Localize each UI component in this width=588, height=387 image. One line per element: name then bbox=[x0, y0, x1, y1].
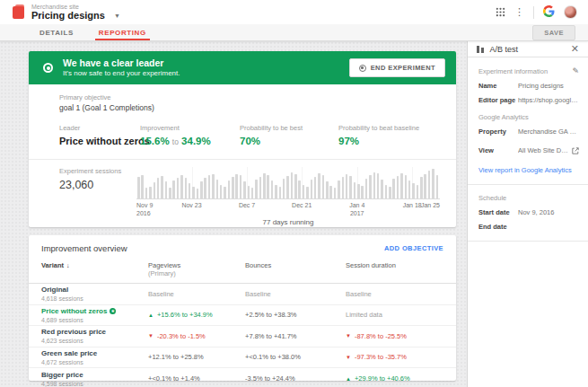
primary-objective-label: Primary objective bbox=[59, 93, 442, 101]
session-day-bar bbox=[154, 182, 156, 198]
leader-label: Leader bbox=[59, 124, 140, 132]
axis-tick-label: Jan 25 bbox=[421, 201, 440, 209]
variant-name: Original bbox=[41, 286, 148, 295]
session-day-bar bbox=[235, 174, 238, 198]
session-day-bar bbox=[251, 188, 254, 198]
pageviews-metric: ▼-20.3% to -1.5% bbox=[148, 332, 245, 340]
bounces-value: +2.5% to +38.3% bbox=[245, 311, 297, 319]
session-day-bar bbox=[338, 180, 340, 198]
variant-name: Green sale price bbox=[41, 349, 148, 358]
user-avatar[interactable] bbox=[564, 5, 577, 19]
variant-cell: Red previous price4,623 sessions bbox=[41, 328, 148, 344]
improvement-overview-title: Improvement overview bbox=[41, 243, 127, 253]
session-day-bar bbox=[240, 175, 242, 198]
session-day-bar bbox=[334, 188, 337, 198]
session-day-bar bbox=[172, 180, 175, 198]
end-experiment-button[interactable]: END EXPERIMENT bbox=[349, 58, 445, 77]
session-day-bar bbox=[354, 182, 356, 198]
experiment-sessions-label: Experiment sessions bbox=[59, 167, 111, 175]
name-label: Name bbox=[478, 82, 518, 90]
arrow-up-icon: ▲ bbox=[346, 376, 351, 382]
duration-metric: ▲+29.9% to +40.6% bbox=[346, 374, 456, 383]
session-day-bar bbox=[291, 172, 294, 198]
apps-grid-icon[interactable] bbox=[496, 7, 505, 17]
add-objective-button[interactable]: ADD OBJECTIVE bbox=[384, 244, 443, 252]
experiment-title: Pricing designs bbox=[31, 10, 105, 21]
prob-best-value: 70% bbox=[240, 136, 338, 146]
pageviews-value: -20.3% to -1.5% bbox=[157, 332, 206, 340]
close-icon[interactable]: ✕ bbox=[571, 44, 579, 54]
ab-test-panel: A/B test ✕ Experiment information ✎ Name… bbox=[467, 41, 588, 387]
open-external-icon[interactable] bbox=[572, 142, 579, 158]
page-title[interactable]: Pricing designs ▼ bbox=[31, 10, 120, 21]
pageviews-metric: +12.1% to +25.8% bbox=[148, 353, 245, 361]
session-day-bar bbox=[349, 176, 352, 198]
save-button[interactable]: SAVE bbox=[532, 25, 575, 40]
table-row: Green sale price4,672 sessions+12.1% to … bbox=[29, 347, 456, 369]
session-day-bar bbox=[318, 173, 320, 198]
session-day-bar bbox=[279, 187, 282, 198]
session-day-bar bbox=[169, 188, 171, 198]
variant-name: Red previous price bbox=[41, 328, 148, 337]
google-logo-icon bbox=[543, 4, 555, 21]
panel-title: A/B test bbox=[490, 45, 519, 54]
session-day-bar bbox=[369, 175, 372, 198]
editor-page-value[interactable]: https://shop.googleme… bbox=[518, 96, 579, 104]
prob-best-label: Probability to be best bbox=[240, 124, 338, 132]
view-report-link[interactable]: View report in Google Analytics bbox=[478, 166, 579, 174]
column-header-variant[interactable]: Variant↓ bbox=[41, 261, 148, 269]
improvement-overview-card: Improvement overview ADD OBJECTIVE Varia… bbox=[29, 235, 456, 381]
session-day-bar bbox=[294, 174, 297, 198]
pageviews-metric: +<0.1% to +1.4% bbox=[148, 374, 245, 383]
column-header-session-duration[interactable]: Session duration bbox=[346, 261, 456, 269]
bounces-metric: +7.8% to +41.7% bbox=[245, 332, 346, 340]
end-date-label: End date bbox=[478, 223, 518, 231]
bounces-metric: Baseline bbox=[245, 290, 346, 298]
leader-value: Price without zeros bbox=[59, 136, 140, 146]
sessions-ticks: Nov 92016Nov 23Dec 7Dec 21Jan 42017Jan 1… bbox=[136, 201, 440, 215]
stop-record-icon bbox=[359, 65, 366, 72]
session-day-bar bbox=[161, 176, 163, 198]
duration-value: Baseline bbox=[346, 290, 372, 298]
overflow-menu-icon[interactable]: ⋮ bbox=[514, 7, 524, 17]
table-row: Red previous price4,623 sessions▼-20.3% … bbox=[29, 326, 456, 347]
duration-value: -87.8% to -25.5% bbox=[355, 332, 407, 340]
bounces-value: Baseline bbox=[245, 290, 271, 298]
session-day-bar bbox=[397, 176, 399, 198]
experiment-sessions-count: 23,060 bbox=[59, 179, 111, 191]
variant-sessions: 4,672 sessions bbox=[41, 359, 148, 365]
session-day-bar bbox=[357, 184, 360, 198]
session-day-bar bbox=[189, 183, 191, 198]
session-day-bar bbox=[381, 180, 383, 198]
tab-reporting[interactable]: REPORTING bbox=[86, 24, 159, 40]
session-day-bar bbox=[420, 177, 423, 198]
chevron-down-icon[interactable]: ▼ bbox=[114, 13, 120, 20]
divider bbox=[468, 241, 588, 242]
primary-objective-value: goal 1 (Goal 1 Completions) bbox=[59, 103, 442, 112]
days-running-caption: 77 days running bbox=[136, 218, 440, 226]
session-day-bar bbox=[137, 177, 140, 199]
edit-pencil-icon[interactable]: ✎ bbox=[572, 66, 579, 75]
session-day-bar bbox=[432, 169, 434, 198]
tab-bar: DETAILS REPORTING SAVE bbox=[0, 24, 588, 41]
arrow-down-icon: ▼ bbox=[346, 333, 351, 339]
variant-name: Price without zeros★ bbox=[41, 307, 148, 316]
tab-details[interactable]: DETAILS bbox=[27, 24, 86, 40]
pageviews-value: +12.1% to +25.8% bbox=[148, 353, 204, 361]
variant-cell: Bigger price4,598 sessions bbox=[41, 371, 148, 387]
column-header-bounces[interactable]: Bounces bbox=[245, 261, 346, 269]
variant-sessions: 4,618 sessions bbox=[41, 295, 148, 302]
pageviews-value: Baseline bbox=[148, 290, 174, 298]
duration-metric: ▼-87.8% to -25.5% bbox=[346, 332, 456, 340]
session-day-bar bbox=[417, 185, 419, 198]
property-label: Property bbox=[478, 128, 518, 136]
session-day-bar bbox=[428, 171, 431, 198]
session-day-bar bbox=[303, 185, 305, 198]
column-header-pageviews[interactable]: Pageviews (Primary) bbox=[148, 261, 245, 277]
leader-banner: We have a clear leader It's now safe to … bbox=[29, 51, 456, 84]
view-label: View bbox=[478, 146, 518, 154]
session-day-bar bbox=[200, 181, 203, 198]
session-day-bar bbox=[212, 174, 215, 198]
sessions-chart: Nov 92016Nov 23Dec 7Dec 21Jan 42017Jan 1… bbox=[136, 167, 440, 226]
session-day-bar bbox=[248, 186, 250, 198]
